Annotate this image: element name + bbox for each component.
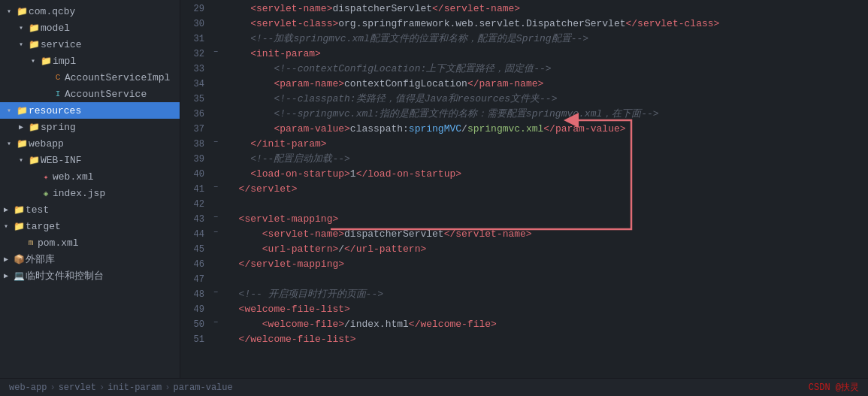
line-num-42: 42 <box>180 197 204 212</box>
line-num-34: 34 <box>180 77 204 92</box>
breadcrumb-sep-1: › <box>50 382 55 393</box>
folder-icon: 📁 <box>27 23 41 34</box>
sidebar-label: AccountServiceImpl <box>65 72 170 83</box>
collapse-icon-43[interactable]: − <box>213 210 218 225</box>
tree-arrow: ▾ <box>27 56 39 65</box>
sidebar-item-external-libs[interactable]: ▶ 📦 外部库 <box>0 251 180 268</box>
sidebar-item-webxml[interactable]: ✦ web.xml <box>0 168 180 185</box>
breadcrumb-item-webapp: web-app <box>9 382 47 393</box>
code-line-49: <welcome-file-list> <box>227 302 868 317</box>
folder-icon: 📁 <box>39 56 53 67</box>
code-line-34: <param-name>contextConfigLocation</param… <box>227 77 868 92</box>
breadcrumb-item-servlet: servlet <box>59 382 96 393</box>
line-num-39: 39 <box>180 152 204 167</box>
tree-arrow: ▶ <box>0 205 12 214</box>
sidebar-item-com-qcby[interactable]: ▾ 📁 com.qcby <box>0 3 180 20</box>
folder-icon: 📁 <box>12 204 26 216</box>
code-gutter: − − − − − − − <box>212 0 224 347</box>
sidebar-item-webinf[interactable]: ▾ 📁 WEB-INF <box>0 152 180 168</box>
code-line-48: <!-- 开启项目时打开的页面--> <box>227 287 868 302</box>
sidebar-item-temp-files[interactable]: ▶ 💻 临时文件和控制台 <box>0 268 180 284</box>
sidebar-label: WEB-INF <box>41 155 82 166</box>
line-num-35: 35 <box>180 92 204 107</box>
line-num-33: 33 <box>180 62 204 77</box>
code-line-45: <url-pattern>/</url-pattern> <box>227 242 868 257</box>
tree-arrow: ▾ <box>15 156 27 165</box>
sidebar-label: 外部库 <box>26 252 55 266</box>
sidebar-item-test[interactable]: ▶ 📁 test <box>0 201 180 218</box>
line-num-40: 40 <box>180 167 204 182</box>
code-line-50: <welcome-file>/index.html</welcome-file> <box>227 317 868 332</box>
tree-arrow: ▾ <box>15 40 27 49</box>
code-line-51: </welcome-file-list> <box>227 332 868 347</box>
folder-icon: 📁 <box>27 122 41 133</box>
collapse-icon-49[interactable]: − <box>213 286 218 301</box>
sidebar[interactable]: ▾ 📁 com.qcby ▾ 📁 model ▾ 📁 service ▾ 📁 i… <box>0 0 180 378</box>
tree-arrow: ▶ <box>0 255 12 264</box>
sidebar-label: 临时文件和控制台 <box>26 269 104 283</box>
folder-icon: 📁 <box>27 155 41 166</box>
sidebar-label: test <box>26 204 49 216</box>
sidebar-item-accountserviceimpl[interactable]: C AccountServiceImpl <box>0 69 180 86</box>
code-line-40: <load-on-startup>1</load-on-startup> <box>227 167 868 182</box>
line-numbers: 29 30 31 32 33 34 35 36 37 38 39 40 41 4… <box>180 0 212 347</box>
sidebar-item-service[interactable]: ▾ 📁 service <box>0 36 180 53</box>
sidebar-label: index.jsp <box>53 188 105 199</box>
breadcrumb: web-app › servlet › init-param › param-v… <box>9 382 233 393</box>
sidebar-item-webapp[interactable]: ▾ 📁 webapp <box>0 135 180 152</box>
sidebar-label: impl <box>53 56 76 67</box>
code-line-37: <param-value>classpath:springMVC/springm… <box>227 122 868 137</box>
collapse-icon-32[interactable]: − <box>213 45 218 60</box>
sidebar-item-spring[interactable]: ▶ 📁 spring <box>0 119 180 135</box>
sidebar-item-pomxml[interactable]: m pom.xml <box>0 234 180 251</box>
line-num-36: 36 <box>180 107 204 122</box>
code-line-42 <box>227 197 868 212</box>
sidebar-item-resources[interactable]: ▾ 📁 resources <box>0 102 180 119</box>
code-line-47 <box>227 272 868 287</box>
code-line-39: <!--配置启动加载--> <box>227 152 868 167</box>
breadcrumb-item-param-value: param-value <box>173 382 232 393</box>
tree-arrow: ▾ <box>3 106 15 115</box>
csdn-badge: CSDN @扶灵 <box>809 381 859 394</box>
sidebar-item-impl[interactable]: ▾ 📁 impl <box>0 53 180 69</box>
tree-arrow: ▶ <box>15 122 27 131</box>
sidebar-item-model[interactable]: ▾ 📁 model <box>0 20 180 36</box>
sidebar-item-indexjsp[interactable]: ◈ index.jsp <box>0 185 180 201</box>
code-line-32: <init-param> <box>227 47 868 62</box>
folder-icon: 📁 <box>15 138 29 150</box>
code-line-35: <!--classpath:类路径，值得是Java和resources文件夹--… <box>227 92 868 107</box>
line-num-29: 29 <box>180 2 204 17</box>
sidebar-item-accountservice[interactable]: I AccountService <box>0 86 180 102</box>
line-num-43: 43 <box>180 212 204 227</box>
collapse-icon-38[interactable]: − <box>213 135 218 150</box>
line-num-32: 32 <box>180 47 204 62</box>
folder-icon: 📁 <box>12 221 26 232</box>
breadcrumb-sep-3: › <box>165 382 170 393</box>
pom-icon: m <box>24 238 38 247</box>
collapse-icon-41[interactable]: − <box>213 180 218 195</box>
line-num-41: 41 <box>180 182 204 197</box>
line-num-51: 51 <box>180 332 204 347</box>
tree-arrow: ▾ <box>0 222 12 231</box>
sidebar-item-target[interactable]: ▾ 📁 target <box>0 218 180 234</box>
breadcrumb-sep-2: › <box>99 382 104 393</box>
line-num-44: 44 <box>180 227 204 242</box>
code-editor[interactable]: 29 30 31 32 33 34 35 36 37 38 39 40 41 4… <box>180 0 868 378</box>
code-line-29: <servlet-name>dispatcherServlet</servlet… <box>227 2 868 17</box>
collapse-icon-46[interactable]: − <box>213 225 218 240</box>
line-num-50: 50 <box>180 317 204 332</box>
tree-arrow: ▾ <box>3 7 15 16</box>
collapse-icon-51[interactable]: − <box>213 316 218 331</box>
code-line-31: <!--加载springmvc.xml配置文件的位置和名称，配置的是Spring… <box>227 32 868 47</box>
folder-icon: 📁 <box>15 6 29 17</box>
jsp-icon: ◈ <box>39 189 53 198</box>
sidebar-label: webapp <box>29 138 64 150</box>
code-line-33: <!--contextConfigLocation:上下文配置路径，固定值--> <box>227 62 868 77</box>
sidebar-label: spring <box>41 122 76 133</box>
sidebar-label: pom.xml <box>38 237 79 249</box>
sidebar-label: web.xml <box>53 171 94 183</box>
sidebar-label: service <box>41 39 82 50</box>
interface-icon: I <box>51 89 65 98</box>
folder-icon: 📦 <box>12 254 26 265</box>
sidebar-label: resources <box>29 105 81 116</box>
